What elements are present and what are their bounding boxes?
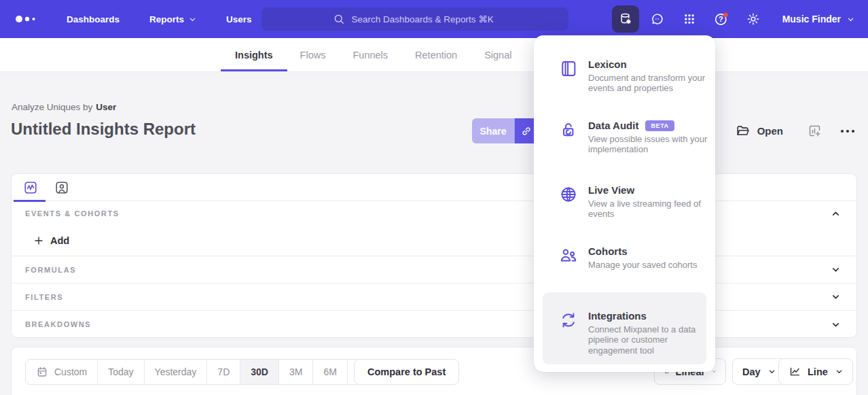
mixpanel-logo-icon[interactable] [14,14,46,24]
insights-chart-icon [23,180,38,195]
date-segment-7d[interactable]: 7D [207,360,240,384]
menu-item-title: Cohorts [588,245,715,257]
open-report-button[interactable]: Open [736,124,783,139]
menu-item-live-view[interactable]: Live View View a live streaming feed of … [559,184,704,220]
subtitle-entity[interactable]: User [96,102,116,112]
plus-icon [33,235,44,246]
help-icon[interactable]: ? [708,5,735,33]
chevron-down-icon [189,16,196,23]
menu-item-description: Document and transform your events and p… [588,73,715,94]
settings-gear-icon[interactable] [740,5,767,33]
date-controls-panel: Custom Today Yesterday 7D 30D 3M 6M 12M … [11,347,857,395]
compare-to-past-button[interactable]: Compare to Past [354,359,459,385]
chart-type-label: Line [808,366,828,377]
nav-item-users[interactable]: Users [226,14,252,24]
link-icon [520,125,532,137]
date-segment-30d[interactable]: 30D [240,360,279,384]
project-switcher[interactable]: Music Finder [782,14,854,24]
share-button[interactable]: Share [472,118,514,143]
chevron-down-icon[interactable] [831,320,840,329]
apps-grid-icon[interactable] [676,5,703,33]
filters-header: FILTERS [25,293,63,301]
chevron-down-icon[interactable] [831,292,840,301]
tab-funnels[interactable]: Funnels [352,38,388,71]
nav-item-label: Users [226,14,252,24]
menu-item-title: Integrations [588,310,715,322]
top-navigation: Dashboards Reports Users [0,0,868,38]
date-segment-today[interactable]: Today [98,360,144,384]
formulas-header: FORMULAS [25,266,76,274]
menu-item-cohorts[interactable]: Cohorts Manage your saved cohorts [559,245,704,270]
data-audit-lock-icon [559,120,579,139]
nav-item-label: Reports [149,14,184,24]
svg-text:?: ? [719,15,723,23]
subtitle-prefix: Analyze Uniques by [12,102,92,112]
date-segment-6m[interactable]: 6M [313,360,347,384]
breakdowns-section[interactable]: BREAKDOWNS [12,310,856,338]
open-label: Open [757,125,783,137]
beta-badge: BETA [645,120,674,131]
builder-tabs [12,174,856,201]
project-name: Music Finder [782,14,841,24]
menu-item-lexicon[interactable]: Lexicon Document and transform your even… [559,58,704,94]
chevron-down-icon [768,368,776,375]
events-cohorts-header: EVENTS & COHORTS [25,209,120,218]
date-segment-yesterday[interactable]: Yesterday [145,360,208,384]
date-segment-3m[interactable]: 3M [279,360,313,384]
builder-tab-profiles[interactable] [54,174,69,201]
data-management-icon[interactable] [612,5,639,33]
user-profile-icon [54,180,69,195]
menu-item-title: Lexicon [588,58,715,70]
report-subtitle: Analyze Uniques byUser [12,102,116,112]
tab-insights[interactable]: Insights [235,38,273,71]
tab-flows[interactable]: Flows [300,38,326,71]
formulas-section[interactable]: FORMULAS [12,256,856,283]
menu-item-description: View possible issues with your implement… [588,134,715,155]
menu-item-description: View a live streaming feed of events [588,199,715,220]
chart-type-dropdown[interactable]: Line [778,358,853,385]
data-management-popover: Lexicon Document and transform your even… [534,35,715,372]
feedback-chat-icon[interactable] [644,5,671,33]
nav-item-label: Dashboards [67,14,120,24]
interval-dropdown[interactable]: Day [732,358,786,385]
integrations-sync-icon [559,311,579,330]
page-title[interactable]: Untitled Insights Report [11,120,196,139]
interval-label: Day [742,366,761,377]
menu-item-integrations[interactable]: Integrations Connect Mixpanel to a data … [559,310,704,356]
lexicon-book-icon [559,59,579,78]
search-icon [333,13,345,25]
share-button-group: Share [472,118,537,143]
nav-links: Dashboards Reports Users [67,14,252,24]
nav-item-reports[interactable]: Reports [149,14,196,24]
cohorts-people-icon [559,246,579,265]
add-event-button[interactable]: Add [12,226,856,256]
search-input[interactable] [352,14,498,24]
menu-item-description: Connect Mixpanel to a data pipeline or c… [588,324,715,356]
add-to-dashboard-icon[interactable] [808,124,822,138]
chevron-down-icon [712,368,716,375]
nav-item-dashboards[interactable]: Dashboards [67,14,120,24]
calendar-icon [36,366,48,378]
report-tabbar: Insights Flows Funnels Retention Signal … [0,38,868,72]
live-view-globe-icon [559,185,579,204]
nav-right-controls: ? Music Finder [612,0,860,38]
global-search[interactable] [261,7,568,31]
more-options-icon[interactable] [839,128,856,135]
chevron-up-icon[interactable] [831,209,840,218]
menu-item-data-audit[interactable]: Data Audit BETA View possible issues wit… [559,120,704,155]
filters-section[interactable]: FILTERS [12,283,856,310]
menu-item-description: Manage your saved cohorts [588,260,715,270]
add-label: Add [50,235,69,246]
menu-item-title: Data Audit [588,120,638,131]
chevron-down-icon[interactable] [831,265,840,274]
line-chart-icon [789,365,801,378]
date-segment-custom[interactable]: Custom [26,360,98,384]
events-cohorts-section[interactable]: EVENTS & COHORTS [12,201,856,226]
tab-retention[interactable]: Retention [415,38,457,71]
tab-signal[interactable]: Signal [484,38,511,71]
menu-item-title: Live View [588,184,715,196]
chevron-down-icon [847,16,854,23]
segment-label: Custom [54,366,87,377]
query-builder-panel: EVENTS & COHORTS Add FORMULAS FILTERS BR… [11,173,857,338]
builder-tab-metrics[interactable] [23,174,38,201]
